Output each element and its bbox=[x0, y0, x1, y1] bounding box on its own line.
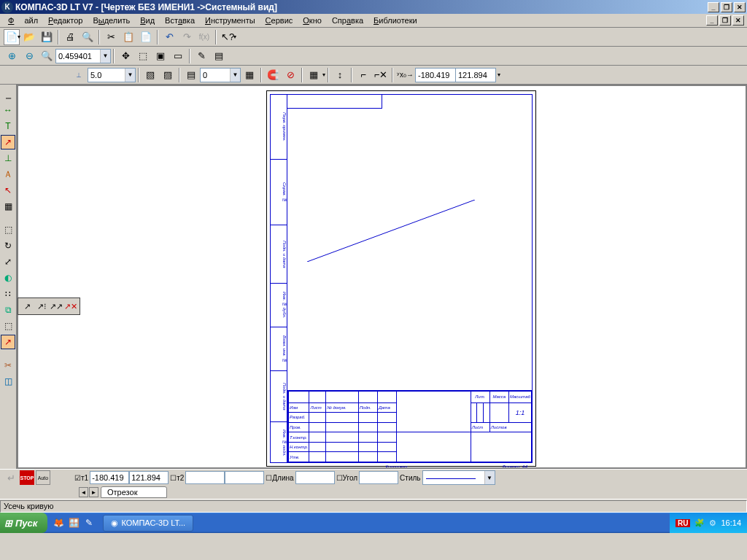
edit-button[interactable]: ✎ bbox=[193, 48, 209, 64]
chevron-down-icon[interactable]: ▼ bbox=[125, 69, 135, 82]
refresh-button[interactable]: ▭ bbox=[170, 48, 186, 64]
tool-measure[interactable]: Ａ bbox=[1, 167, 15, 182]
grid-button[interactable]: ▦ bbox=[306, 67, 322, 83]
ortho-button[interactable]: ↕ bbox=[332, 67, 348, 83]
t1x-input[interactable] bbox=[90, 471, 129, 484]
fx-button[interactable]: f(x) bbox=[196, 29, 212, 45]
preview-button[interactable]: 🔍 bbox=[80, 29, 96, 45]
chevron-down-icon[interactable]: ▼ bbox=[100, 50, 110, 63]
t1-checkbox[interactable]: ☑т1 bbox=[74, 474, 88, 482]
tool-edit[interactable]: ↗ bbox=[1, 135, 15, 149]
layer-input[interactable] bbox=[201, 69, 230, 82]
zoom-in-button[interactable]: ⊕ bbox=[4, 48, 20, 64]
tab-next-button[interactable]: ► bbox=[89, 487, 98, 497]
tool-trim[interactable]: ↗ bbox=[1, 335, 15, 349]
style-combo[interactable]: ▼ bbox=[422, 470, 495, 485]
mdi-close-button[interactable]: ✕ bbox=[732, 15, 744, 26]
tool-array[interactable]: ∷ bbox=[1, 287, 15, 301]
start-button[interactable]: ⊞Пуск bbox=[0, 513, 47, 533]
quicklaunch-icon[interactable]: 🪟 bbox=[67, 516, 80, 529]
tab-prev-button[interactable]: ◄ bbox=[79, 487, 88, 497]
tab-segment[interactable]: Отрезок bbox=[101, 486, 167, 498]
tool-spec[interactable]: ▦ bbox=[1, 199, 15, 214]
trim-mode4[interactable]: ↗✕ bbox=[64, 300, 77, 313]
cut-button[interactable]: ✂ bbox=[103, 29, 119, 45]
menu-view[interactable]: Вид bbox=[135, 15, 160, 26]
redo-button[interactable]: ↷ bbox=[179, 29, 195, 45]
chevron-down-icon[interactable]: ▼ bbox=[230, 69, 240, 82]
tool-cube[interactable]: ◫ bbox=[1, 374, 15, 389]
snap-off-button[interactable]: ⊘ bbox=[282, 67, 298, 83]
length-checkbox[interactable]: ☐Длина bbox=[266, 474, 293, 482]
tool-param[interactable]: ⊥ bbox=[1, 151, 15, 166]
angle-input[interactable] bbox=[359, 471, 398, 484]
close-button[interactable]: ✕ bbox=[734, 2, 746, 12]
save-button[interactable]: 💾 bbox=[39, 29, 55, 45]
menu-service[interactable]: Сервис bbox=[260, 15, 298, 26]
lcs-cross-button[interactable]: ⌐✕ bbox=[373, 67, 389, 83]
zoom-window-button[interactable]: 🔍 bbox=[39, 48, 55, 64]
zoom-combo[interactable]: ▼ bbox=[55, 49, 111, 63]
copy-button[interactable]: 📋 bbox=[120, 29, 136, 45]
step-input[interactable] bbox=[88, 69, 125, 82]
apply-button[interactable]: ↵ bbox=[4, 470, 18, 485]
chevron-down-icon[interactable]: ▾ bbox=[498, 71, 500, 78]
open-button[interactable]: 📂 bbox=[21, 29, 37, 45]
tool-mirror[interactable]: ◐ bbox=[1, 271, 15, 285]
length-input[interactable] bbox=[295, 471, 335, 484]
coord-y[interactable] bbox=[455, 68, 496, 82]
language-indicator[interactable]: RU bbox=[676, 519, 690, 527]
tool-rotate[interactable]: ↻ bbox=[1, 238, 15, 253]
auto-button[interactable]: Auto bbox=[36, 470, 50, 485]
tool-geom[interactable]: ⎯ bbox=[1, 87, 15, 101]
print-button[interactable]: 🖨 bbox=[62, 29, 78, 45]
menu-window[interactable]: Окно bbox=[298, 15, 327, 26]
mdi-minimize-button[interactable]: _ bbox=[706, 15, 718, 26]
tool-break[interactable]: ✂ bbox=[1, 358, 15, 373]
layers-btn3[interactable]: ▤ bbox=[183, 67, 199, 83]
pan-button[interactable]: ✥ bbox=[117, 48, 133, 64]
quicklaunch-icon[interactable]: 🦊 bbox=[52, 516, 65, 529]
drawing-canvas[interactable]: Перв. примен. Справ. № Подп. и дата Инв.… bbox=[18, 86, 746, 467]
menu-select[interactable]: Выделить bbox=[88, 15, 135, 26]
zoom-out-button[interactable]: ⊖ bbox=[21, 48, 37, 64]
menu-insert[interactable]: Вставка bbox=[160, 15, 200, 26]
layers-btn4[interactable]: ▦ bbox=[241, 67, 258, 83]
zoom-input[interactable] bbox=[56, 50, 100, 63]
stop-button[interactable]: STOP bbox=[20, 470, 34, 485]
t2y-input[interactable] bbox=[225, 471, 264, 484]
tool-text[interactable]: T bbox=[1, 119, 15, 133]
trim-mode1[interactable]: ↗ bbox=[20, 300, 34, 313]
trim-mode3[interactable]: ↗↗ bbox=[50, 300, 63, 313]
menu-file[interactable]: Файл bbox=[3, 15, 43, 26]
tool-copy[interactable]: ⧉ bbox=[1, 303, 15, 317]
tool-select[interactable]: ↖ bbox=[1, 183, 15, 198]
zoom-all-button[interactable]: ▣ bbox=[152, 48, 169, 64]
tray-icon[interactable]: ⚙ bbox=[709, 518, 716, 528]
angle-checkbox[interactable]: ☐Угол bbox=[336, 474, 358, 482]
menu-lib[interactable]: Библиотеки bbox=[368, 15, 422, 26]
layers-btn1[interactable]: ▧ bbox=[142, 67, 158, 83]
layers-btn2[interactable]: ▨ bbox=[160, 67, 176, 83]
snap-on-button[interactable]: 🧲 bbox=[265, 67, 281, 83]
trim-mode2[interactable]: ↗⁝ bbox=[35, 300, 48, 313]
tool-scale[interactable]: ⤢ bbox=[1, 254, 15, 269]
clock[interactable]: 16:14 bbox=[721, 518, 741, 527]
menu-help[interactable]: Справка bbox=[327, 15, 368, 26]
task-button-kompas[interactable]: ◉КОМПАС-3D LT... bbox=[103, 515, 193, 532]
coord-x[interactable] bbox=[415, 68, 456, 82]
t2-checkbox[interactable]: ☐т2 bbox=[170, 474, 184, 482]
zoom-prev-button[interactable]: ⬚ bbox=[135, 48, 151, 64]
step-button[interactable]: ⟂ bbox=[71, 67, 87, 83]
mdi-restore-button[interactable]: ❐ bbox=[719, 15, 731, 26]
undo-button[interactable]: ↶ bbox=[161, 29, 177, 45]
tray-icon[interactable]: 🧩 bbox=[694, 518, 705, 528]
lcs-button[interactable]: ⌐ bbox=[355, 67, 371, 83]
tool-deform[interactable]: ⬚ bbox=[1, 319, 15, 333]
layer-button[interactable]: ▤ bbox=[211, 48, 227, 64]
layer-combo[interactable]: ▼ bbox=[200, 68, 241, 82]
menu-edit[interactable]: Редактор bbox=[43, 15, 88, 26]
tool-move[interactable]: ⬚ bbox=[1, 222, 15, 237]
menu-tools[interactable]: Инструменты bbox=[200, 15, 260, 26]
minimize-button[interactable]: _ bbox=[708, 2, 719, 12]
